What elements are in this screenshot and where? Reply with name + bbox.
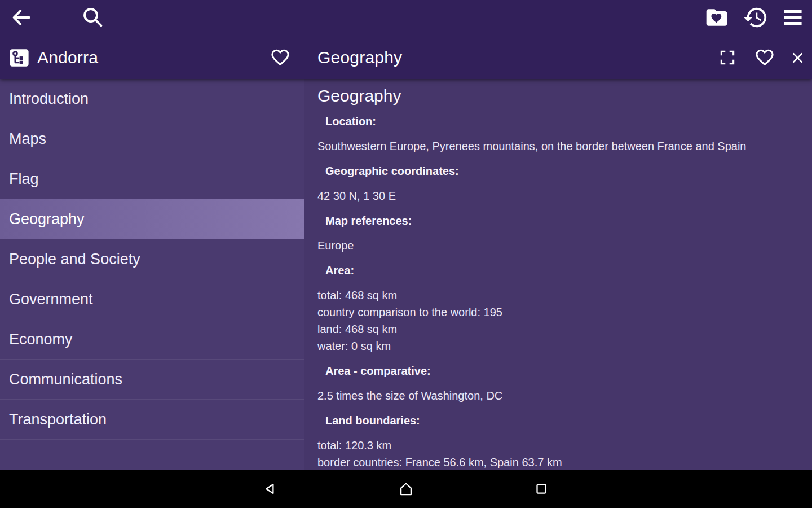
nav-back-triangle-icon: [262, 489, 279, 499]
fullscreen-button[interactable]: [717, 47, 738, 68]
section-content[interactable]: Geography Location: Southwestern Europe,…: [304, 79, 812, 470]
field-value: Europe: [317, 237, 801, 254]
app-bar-top-row: [0, 0, 812, 36]
field-value: water: 0 sq km: [317, 338, 801, 354]
android-nav-bar: [0, 470, 812, 508]
field-value: border countries: France 56.6 km, Spain …: [317, 454, 801, 470]
heart-outline-icon: [754, 47, 775, 68]
sidebar-item-label: Introduction: [9, 90, 89, 107]
sidebar-item-government[interactable]: Government: [0, 279, 304, 319]
country-favorite-button[interactable]: [269, 46, 292, 69]
nav-home-icon: [398, 489, 414, 499]
field-label: Map references:: [317, 212, 801, 229]
field-label: Geographic coordinates:: [317, 163, 801, 179]
field-area-comparative: Area - comparative: 2.5 times the size o…: [317, 362, 801, 404]
main-area: Introduction Maps Flag Geography People …: [0, 79, 812, 470]
hamburger-menu-icon: [780, 5, 805, 30]
panel-favorite-button[interactable]: [753, 46, 776, 69]
field-value: 2.5 times the size of Washington, DC: [317, 387, 801, 404]
field-area: Area: total: 468 sq km country compariso…: [317, 262, 801, 354]
history-clock-icon: [743, 5, 769, 30]
sidebar-item-people-and-society[interactable]: People and Society: [0, 239, 304, 279]
field-land-boundaries: Land boundaries: total: 120.3 km border …: [317, 412, 801, 470]
sidebar-item-label: Government: [9, 291, 93, 308]
sidebar-item-geography[interactable]: Geography: [0, 199, 304, 239]
content-heading: Geography: [317, 86, 801, 106]
search-button[interactable]: [79, 3, 106, 30]
field-value: country comparison to the world: 195: [317, 304, 801, 321]
history-button[interactable]: [742, 4, 769, 31]
fullscreen-icon: [718, 49, 736, 67]
field-label: Land boundaries:: [317, 412, 801, 429]
sidebar-item-label: Communications: [9, 371, 122, 388]
nav-recents-button[interactable]: [533, 480, 550, 497]
field-geographic-coordinates: Geographic coordinates: 42 30 N, 1 30 E: [317, 163, 801, 204]
app-bar: Andorra Geography: [0, 0, 812, 79]
field-label: Location:: [317, 113, 801, 130]
sidebar-item-transportation[interactable]: Transportation: [0, 400, 304, 440]
sidebar-item-communications[interactable]: Communications: [0, 360, 304, 400]
sidebar-item-label: Geography: [9, 211, 85, 227]
folder-heart-icon: [704, 5, 729, 30]
nav-home-button[interactable]: [398, 480, 414, 497]
sidebar-item-label: People and Society: [9, 251, 140, 268]
sidebar-item-label: Flag: [9, 170, 39, 187]
field-value: 42 30 N, 1 30 E: [317, 187, 801, 204]
back-button[interactable]: [8, 5, 34, 30]
sidebar-item-maps[interactable]: Maps: [0, 119, 304, 159]
category-tree-icon: [7, 45, 32, 70]
field-value: land: 468 sq km: [317, 321, 801, 338]
field-label: Area - comparative:: [317, 362, 801, 379]
search-icon: [81, 5, 104, 29]
sidebar-item-flag[interactable]: Flag: [0, 159, 304, 199]
heart-outline-icon: [270, 47, 291, 68]
nav-back-button[interactable]: [262, 480, 279, 497]
close-panel-button[interactable]: [788, 49, 806, 67]
sidebar-item-economy[interactable]: Economy: [0, 319, 304, 360]
country-title: Andorra: [37, 36, 98, 79]
sidebar-item-introduction[interactable]: Introduction: [0, 79, 304, 119]
field-label: Area:: [317, 262, 801, 279]
nav-recents-square-icon: [533, 489, 550, 499]
field-map-references: Map references: Europe: [317, 212, 801, 254]
field-value: Southwestern Europe, Pyrenees mountains,…: [317, 138, 801, 155]
close-icon: [790, 50, 805, 65]
sidebar-item-label: Economy: [9, 331, 73, 348]
field-location: Location: Southwestern Europe, Pyrenees …: [317, 113, 801, 155]
field-value: total: 120.3 km: [317, 437, 801, 454]
sidebar-item-label: Transportation: [9, 411, 107, 428]
panel-title: Geography: [317, 36, 402, 79]
field-value: total: 468 sq km: [317, 287, 801, 304]
favorites-folder-button[interactable]: [704, 5, 730, 30]
menu-button[interactable]: [780, 5, 805, 30]
sidebar-item-label: Maps: [9, 130, 46, 147]
section-list: Introduction Maps Flag Geography People …: [0, 79, 304, 470]
back-arrow-icon: [10, 6, 32, 29]
app-bar-title-row: Andorra Geography: [0, 36, 812, 79]
